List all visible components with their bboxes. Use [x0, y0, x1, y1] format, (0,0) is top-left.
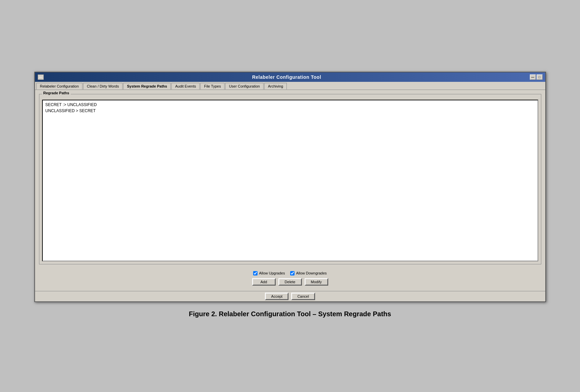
regrade-paths-group: Regrade Paths SECRET :> UNCLASSIFIED UNC… [39, 94, 541, 264]
delete-button[interactable]: Delete [278, 278, 302, 286]
maximize-button[interactable]: □ [537, 74, 543, 80]
add-button[interactable]: Add [252, 278, 276, 286]
title-bar: — Relabeler Configuration Tool — □ [35, 72, 545, 82]
application-window: — Relabeler Configuration Tool — □ Relab… [34, 72, 546, 302]
modify-button[interactable]: Modify [305, 278, 328, 286]
tab-audit-events[interactable]: Audit Events [171, 83, 200, 90]
outer-wrapper: — Relabeler Configuration Tool — □ Relab… [21, 58, 559, 334]
tab-system-regrade-paths[interactable]: System Regrade Paths [123, 83, 171, 90]
content-area: Regrade Paths SECRET :> UNCLASSIFIED UNC… [35, 90, 545, 268]
allow-downgrades-checkbox[interactable] [290, 271, 295, 275]
tab-clean-dirty-words[interactable]: Clean / Dirty Words [83, 83, 123, 90]
regrade-path-item-1[interactable]: UNCLASSIFIED > SECRET [44, 108, 536, 114]
system-menu-icon[interactable]: — [38, 74, 44, 80]
tab-bar: Relabeler Configuration Clean / Dirty Wo… [35, 82, 545, 90]
tab-file-types[interactable]: File Types [200, 83, 225, 90]
regrade-path-item-0[interactable]: SECRET :> UNCLASSIFIED [44, 102, 536, 108]
regrade-paths-list[interactable]: SECRET :> UNCLASSIFIED UNCLASSIFIED > SE… [42, 100, 538, 261]
footer-buttons-row: Accept Cancel [35, 291, 545, 301]
window-title: Relabeler Configuration Tool [44, 74, 530, 80]
minimize-button[interactable]: — [530, 74, 536, 80]
accept-button[interactable]: Accept [265, 293, 288, 300]
action-buttons-row: Add Delete Modify [38, 278, 543, 286]
tab-relabeler-configuration[interactable]: Relabeler Configuration [36, 83, 83, 90]
bottom-controls: Allow Upgrades Allow Downgrades Add Dele… [35, 268, 545, 291]
allow-upgrades-text: Allow Upgrades [259, 271, 285, 275]
allow-downgrades-text: Allow Downgrades [296, 271, 327, 275]
cancel-button[interactable]: Cancel [291, 293, 315, 300]
allow-upgrades-checkbox[interactable] [253, 271, 258, 275]
figure-caption: Figure 2. Relabeler Configuration Tool –… [34, 307, 546, 321]
group-legend: Regrade Paths [42, 91, 71, 95]
tab-archiving[interactable]: Archiving [264, 83, 287, 90]
allow-upgrades-label[interactable]: Allow Upgrades [253, 271, 285, 275]
tab-user-configuration[interactable]: User Configuration [225, 83, 264, 90]
allow-downgrades-label[interactable]: Allow Downgrades [290, 271, 327, 275]
checkboxes-row: Allow Upgrades Allow Downgrades [38, 271, 543, 275]
title-bar-buttons: — □ [530, 74, 543, 80]
